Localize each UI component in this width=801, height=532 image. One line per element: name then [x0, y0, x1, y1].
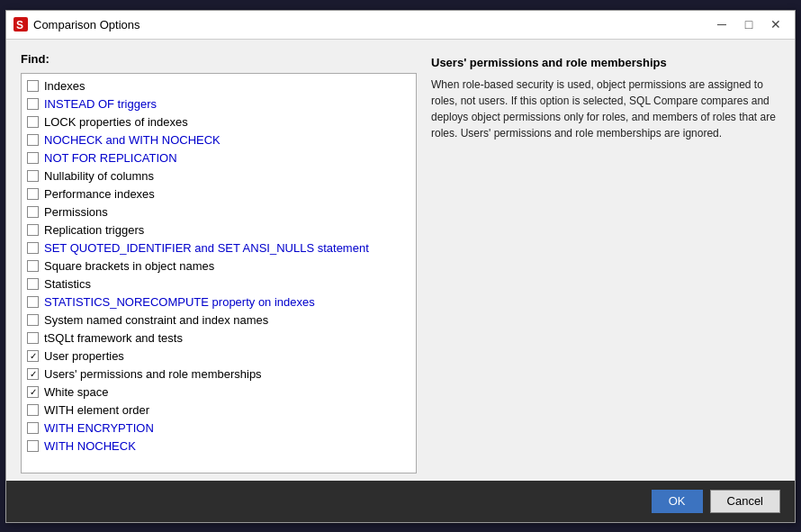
ok-button[interactable]: OK [652, 490, 703, 513]
list-item[interactable]: ✓Users' permissions and role memberships [22, 365, 416, 383]
list-item[interactable]: Replication triggers [22, 221, 416, 239]
checkbox-permissions[interactable] [27, 206, 39, 218]
list-item[interactable]: Performance indexes [22, 185, 416, 203]
item-label-not-for-replication: NOT FOR REPLICATION [44, 151, 177, 165]
left-panel: Find: IndexesINSTEAD OF triggersLOCK pro… [21, 52, 417, 473]
list-item[interactable]: ✓White space [22, 383, 416, 401]
item-label-nocheck-with: NOCHECK and WITH NOCHECK [44, 133, 220, 147]
item-label-statistics-norecompute: STATISTICS_NORECOMPUTE property on index… [44, 295, 315, 309]
list-item[interactable]: STATISTICS_NORECOMPUTE property on index… [22, 293, 416, 311]
checkbox-statistics[interactable] [27, 278, 39, 290]
item-label-user-properties: User properties [44, 349, 124, 363]
list-item[interactable]: Statistics [22, 275, 416, 293]
checkbox-user-properties[interactable]: ✓ [27, 350, 39, 362]
minimize-button[interactable]: ─ [710, 14, 734, 34]
checkbox-replication-triggers[interactable] [27, 224, 39, 236]
info-title: Users' permissions and role memberships [431, 56, 780, 69]
comparison-options-window: S Comparison Options ─ □ ✕ Find: Indexes… [5, 10, 796, 523]
item-label-square-brackets: Square brackets in object names [44, 259, 214, 273]
item-label-white-space: White space [44, 385, 109, 399]
checkbox-instead-of-triggers[interactable] [27, 98, 39, 110]
list-item[interactable]: WITH ENCRYPTION [22, 419, 416, 437]
item-label-system-named: System named constraint and index names [44, 313, 268, 327]
item-label-lock-properties: LOCK properties of indexes [44, 115, 188, 129]
main-content: Find: IndexesINSTEAD OF triggersLOCK pro… [6, 40, 795, 522]
list-item[interactable]: WITH NOCHECK [22, 437, 416, 455]
list-item[interactable]: NOCHECK and WITH NOCHECK [22, 131, 416, 149]
list-item[interactable]: Nullability of columns [22, 167, 416, 185]
item-label-with-element-order: WITH element order [44, 403, 149, 417]
item-label-nullability: Nullability of columns [44, 169, 154, 183]
checkbox-tsqlt-framework[interactable] [27, 332, 39, 344]
item-label-permissions: Permissions [44, 205, 108, 219]
list-item[interactable]: Square brackets in object names [22, 257, 416, 275]
checkbox-with-nocheck[interactable] [27, 440, 39, 452]
options-list[interactable]: IndexesINSTEAD OF triggersLOCK propertie… [21, 73, 417, 473]
item-label-with-nocheck: WITH NOCHECK [44, 439, 136, 453]
list-item[interactable]: WITH element order [22, 401, 416, 419]
checkbox-white-space[interactable]: ✓ [27, 386, 39, 398]
right-panel: Users' permissions and role memberships … [431, 52, 780, 473]
list-item[interactable]: INSTEAD OF triggers [22, 95, 416, 113]
app-icon: S [14, 17, 28, 32]
item-label-set-quoted: SET QUOTED_IDENTIFIER and SET ANSI_NULLS… [44, 241, 369, 255]
checkbox-users-permissions[interactable]: ✓ [27, 368, 39, 380]
cancel-button[interactable]: Cancel [710, 490, 780, 513]
item-label-statistics: Statistics [44, 277, 91, 291]
info-text: When role-based security is used, object… [431, 77, 780, 141]
list-item[interactable]: SET QUOTED_IDENTIFIER and SET ANSI_NULLS… [22, 239, 416, 257]
list-item[interactable]: LOCK properties of indexes [22, 113, 416, 131]
item-label-users-permissions: Users' permissions and role memberships [44, 367, 262, 381]
item-label-instead-of-triggers: INSTEAD OF triggers [44, 97, 157, 111]
item-label-indexes: Indexes [44, 79, 86, 93]
checkbox-nocheck-with[interactable] [27, 134, 39, 146]
checkbox-with-element-order[interactable] [27, 404, 39, 416]
checkbox-lock-properties[interactable] [27, 116, 39, 128]
checkbox-system-named[interactable] [27, 314, 39, 326]
item-label-with-encryption: WITH ENCRYPTION [44, 421, 154, 435]
checkbox-not-for-replication[interactable] [27, 152, 39, 164]
maximize-button[interactable]: □ [737, 14, 760, 34]
checkbox-performance-indexes[interactable] [27, 188, 39, 200]
footer: OK Cancel [6, 481, 795, 522]
checkbox-set-quoted[interactable] [27, 242, 39, 254]
checkbox-indexes[interactable] [27, 80, 39, 92]
main-body: Find: IndexesINSTEAD OF triggersLOCK pro… [6, 40, 795, 481]
window-controls: ─ □ ✕ [710, 14, 788, 34]
list-item[interactable]: System named constraint and index names [22, 311, 416, 329]
svg-text:S: S [16, 19, 23, 32]
find-label: Find: [21, 52, 417, 66]
item-label-replication-triggers: Replication triggers [44, 223, 144, 237]
item-label-performance-indexes: Performance indexes [44, 187, 155, 201]
checkbox-square-brackets[interactable] [27, 260, 39, 272]
checkbox-with-encryption[interactable] [27, 422, 39, 434]
window-title: Comparison Options [33, 18, 710, 32]
item-label-tsqlt-framework: tSQLt framework and tests [44, 331, 183, 345]
list-item[interactable]: ✓User properties [22, 347, 416, 365]
checkbox-nullability[interactable] [27, 170, 39, 182]
title-bar: S Comparison Options ─ □ ✕ [6, 11, 795, 40]
list-item[interactable]: Indexes [22, 77, 416, 95]
checkbox-statistics-norecompute[interactable] [27, 296, 39, 308]
list-item[interactable]: NOT FOR REPLICATION [22, 149, 416, 167]
list-item[interactable]: tSQLt framework and tests [22, 329, 416, 347]
list-item[interactable]: Permissions [22, 203, 416, 221]
close-button[interactable]: ✕ [764, 14, 788, 34]
